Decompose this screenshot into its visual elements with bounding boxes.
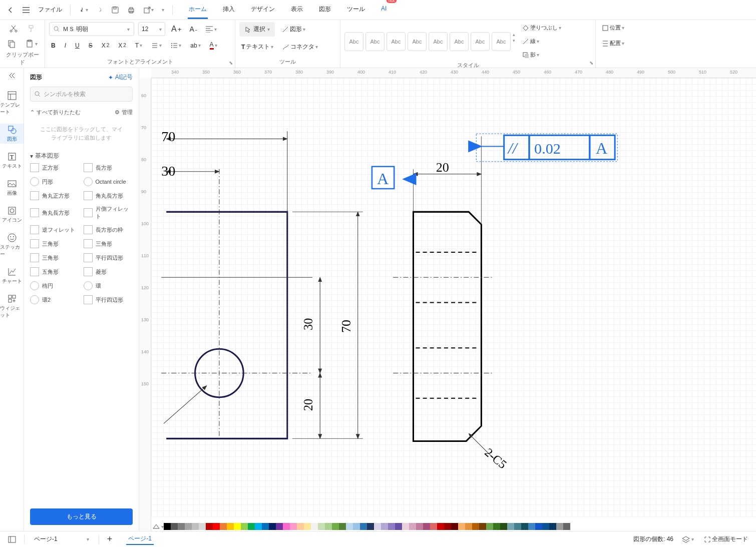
color-swatch[interactable] <box>402 523 409 530</box>
canvas[interactable]: 70 30 70 <box>151 78 756 517</box>
style-preset[interactable]: Abc <box>471 32 490 51</box>
align-shapes-button[interactable]: 配置▾ <box>600 38 626 49</box>
subscript-button[interactable]: X2 <box>116 40 128 51</box>
font-size-select[interactable]: 12▾ <box>138 22 165 36</box>
page-select[interactable]: ページ-1▾ <box>31 533 93 545</box>
sidebar-chart[interactable]: チャート <box>0 266 24 286</box>
color-swatch[interactable] <box>227 523 234 530</box>
color-swatch[interactable] <box>374 523 381 530</box>
superscript-button[interactable]: X2 <box>100 40 112 51</box>
color-swatch[interactable] <box>472 523 479 530</box>
line-style-button[interactable]: 線▾ <box>520 36 563 47</box>
color-swatch[interactable] <box>262 523 269 530</box>
menu-icon[interactable] <box>19 5 33 16</box>
add-page-button[interactable]: + <box>105 532 115 546</box>
shape-item[interactable]: 環2 <box>30 295 80 304</box>
color-swatch[interactable] <box>444 523 451 530</box>
font-select[interactable]: ＭＳ 明朝▾ <box>49 22 134 36</box>
font-shrink-button[interactable]: A- <box>187 23 199 35</box>
undo-button[interactable]: ▾ <box>76 5 91 16</box>
shape-item[interactable]: 楕円 <box>30 281 80 290</box>
shape-item[interactable]: 三角形 <box>30 253 80 262</box>
color-swatch[interactable] <box>283 523 290 530</box>
color-swatch[interactable] <box>514 523 521 530</box>
shape-item[interactable]: 円形 <box>30 177 80 186</box>
sidebar-text[interactable]: Tテキスト <box>0 151 24 171</box>
symbol-search-input[interactable]: シンボルを検索 <box>30 87 133 102</box>
font-color-button[interactable]: A▾ <box>208 39 219 52</box>
tab-shape[interactable]: 図形 <box>318 1 332 19</box>
color-swatch[interactable] <box>423 523 430 530</box>
color-swatch[interactable] <box>241 523 248 530</box>
color-swatch[interactable] <box>437 523 444 530</box>
shape-item[interactable]: 片側フィレット <box>84 205 133 220</box>
color-swatch[interactable] <box>353 523 360 530</box>
connector-tool-button[interactable]: コネクタ▾ <box>280 41 320 53</box>
color-swatch[interactable] <box>430 523 437 530</box>
collapse-all-button[interactable]: ⌃ すべて折りたたむ <box>30 109 81 116</box>
shape-item[interactable]: Octant circle <box>84 177 133 186</box>
layers-icon[interactable]: ▾ <box>679 533 696 545</box>
color-swatch[interactable] <box>381 523 388 530</box>
text-direction-button[interactable]: T▾ <box>133 40 144 51</box>
bold-button[interactable]: B <box>49 40 58 51</box>
expand-font-icon[interactable]: ⬊ <box>229 60 233 66</box>
style-preset[interactable]: Abc <box>492 32 511 51</box>
position-button[interactable]: 位置▾ <box>600 22 626 34</box>
color-swatch[interactable] <box>276 523 283 530</box>
color-swatch[interactable] <box>171 523 178 530</box>
shape-item[interactable]: 平行四辺形 <box>84 253 133 262</box>
shape-item[interactable]: 角丸正方形 <box>30 191 80 200</box>
color-swatch[interactable] <box>255 523 262 530</box>
shape-item[interactable]: 菱形 <box>84 267 133 276</box>
page-layout-icon[interactable] <box>6 534 18 545</box>
format-painter-button[interactable] <box>25 22 38 35</box>
color-swatch[interactable] <box>451 523 458 530</box>
sidebar-template[interactable]: テンプレート <box>0 90 24 117</box>
shape-item[interactable]: 五角形 <box>30 267 80 276</box>
style-preset[interactable]: Abc <box>387 32 406 51</box>
list-button[interactable]: ▾ <box>169 40 183 51</box>
shadow-button[interactable]: 影▾ <box>520 49 563 61</box>
tab-view[interactable]: 表示 <box>290 1 304 19</box>
sidebar-shapes[interactable]: 図形 <box>0 124 24 144</box>
color-swatch[interactable] <box>192 523 199 530</box>
color-swatch[interactable] <box>535 523 542 530</box>
shape-item[interactable]: 正方形 <box>30 163 80 172</box>
text-tool-button[interactable]: T テキスト▾ <box>239 41 275 53</box>
color-swatch[interactable] <box>556 523 563 530</box>
color-swatch[interactable] <box>164 523 171 530</box>
line-spacing-button[interactable]: ▾ <box>149 40 164 51</box>
color-swatch[interactable] <box>500 523 507 530</box>
color-swatch[interactable] <box>360 523 367 530</box>
color-swatch[interactable] <box>388 523 395 530</box>
shape-item[interactable]: 角丸長方形 <box>84 191 133 200</box>
color-swatch[interactable] <box>493 523 500 530</box>
tab-home[interactable]: ホーム <box>188 1 208 19</box>
color-swatch[interactable] <box>416 523 423 530</box>
color-swatch[interactable] <box>311 523 318 530</box>
back-button[interactable] <box>4 5 17 16</box>
underline-button[interactable]: U <box>73 40 82 51</box>
color-swatch[interactable] <box>507 523 514 530</box>
shape-item[interactable]: 三角形 <box>84 239 133 248</box>
italic-button[interactable]: I <box>63 40 68 51</box>
color-swatch[interactable] <box>486 523 493 530</box>
color-swatch[interactable] <box>409 523 416 530</box>
color-swatch[interactable] <box>185 523 192 530</box>
shape-item[interactable]: 長方形の枠 <box>84 225 133 234</box>
manage-button[interactable]: ⚙ 管理 <box>115 109 133 116</box>
color-swatch[interactable] <box>318 523 325 530</box>
color-swatch[interactable] <box>234 523 241 530</box>
tab-design[interactable]: デザイン <box>250 1 276 19</box>
style-gallery[interactable]: Abc Abc Abc Abc Abc Abc Abc Abc ▴▾ <box>344 32 515 51</box>
color-swatch[interactable] <box>332 523 339 530</box>
color-swatch[interactable] <box>290 523 297 530</box>
color-swatch[interactable] <box>479 523 486 530</box>
color-swatch[interactable] <box>213 523 220 530</box>
tab-tool[interactable]: ツール <box>346 1 366 19</box>
gallery-down-icon[interactable]: ▾ <box>513 38 515 43</box>
color-swatch[interactable] <box>269 523 276 530</box>
align-button[interactable]: ▾ <box>203 24 219 35</box>
color-swatch[interactable] <box>178 523 185 530</box>
